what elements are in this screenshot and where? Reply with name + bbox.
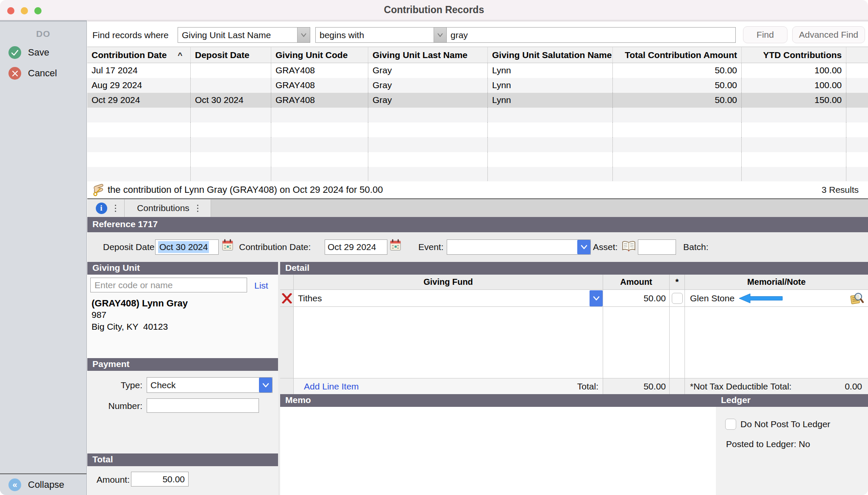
- column-header-giving-unit-last-name[interactable]: Giving Unit Last Name: [368, 47, 488, 63]
- advanced-find-button[interactable]: Advanced Find: [792, 26, 865, 43]
- table-row[interactable]: [87, 108, 868, 122]
- table-row[interactable]: [87, 122, 868, 137]
- calendar-icon[interactable]: [390, 239, 401, 251]
- payment-header: Payment: [87, 358, 278, 371]
- save-check-icon: [8, 46, 21, 59]
- detail-column-memorial-note: Memorial/Note: [685, 275, 868, 289]
- total-panel: Total Amount: 50.00: [87, 453, 278, 495]
- do-section-label: DO: [0, 29, 86, 39]
- payment-type-value: Check: [147, 380, 259, 390]
- main-area: Find records where Giving Unit Last Name…: [87, 20, 868, 495]
- giving-unit-header: Giving Unit: [87, 262, 278, 275]
- table-row[interactable]: Aug 29 2024GRAY408GrayLynn50.00100.00: [87, 78, 868, 93]
- calendar-icon[interactable]: [222, 239, 233, 251]
- payment-type-select[interactable]: Check: [147, 377, 273, 393]
- column-header-contribution-date[interactable]: Contribution Date^: [87, 47, 191, 63]
- column-header-deposit-date[interactable]: Deposit Date: [191, 47, 271, 63]
- grip-dots-icon: [115, 205, 116, 212]
- detail-panel: Detail Giving Fund Amount * Memorial/Not…: [280, 262, 868, 394]
- chevron-down-icon[interactable]: [434, 28, 446, 42]
- chevron-down-icon[interactable]: [297, 28, 310, 42]
- total-header: Total: [87, 453, 278, 466]
- collapse-chevrons-icon: «: [8, 478, 21, 491]
- chevron-down-icon[interactable]: [590, 290, 603, 306]
- delete-line-item-button[interactable]: [280, 290, 294, 306]
- total-amount-input[interactable]: 50.00: [131, 472, 189, 487]
- detail-total-label: Total:: [577, 381, 598, 392]
- collapse-button[interactable]: « Collapse: [0, 473, 86, 495]
- deposit-date-input[interactable]: Oct 30 2024: [155, 239, 219, 255]
- detail-column-amount: Amount: [603, 275, 670, 289]
- tab-contributions-label: Contributions: [137, 203, 189, 213]
- add-line-item-link[interactable]: Add Line Item: [304, 381, 359, 392]
- find-records-label: Find records where: [92, 30, 169, 40]
- column-header-total-contribution-amount[interactable]: Total Contribution Amount: [613, 47, 742, 63]
- ledger-header: Ledger: [716, 394, 868, 407]
- tab-info[interactable]: i: [87, 199, 125, 217]
- search-operator-select[interactable]: begins with: [315, 27, 447, 43]
- payment-number-input[interactable]: [147, 398, 259, 413]
- line-item-amount[interactable]: 50.00: [603, 290, 670, 306]
- event-select[interactable]: [447, 239, 591, 255]
- detail-header: Detail: [280, 262, 868, 275]
- record-pointer-icon: [92, 183, 104, 197]
- sidebar: DO Save Cancel « Collapse: [0, 20, 87, 495]
- search-field-value: Giving Unit Last Name: [178, 30, 297, 40]
- find-button[interactable]: Find: [743, 26, 787, 43]
- results-table-header: Contribution Date^ Deposit Date Giving U…: [87, 47, 868, 63]
- detail-column-star: *: [670, 275, 685, 289]
- annotation-arrow: [739, 293, 783, 304]
- deposit-date-value: Oct 30 2024: [158, 241, 209, 253]
- payment-type-label: Type:: [92, 380, 142, 390]
- posted-to-ledger-text: Posted to Ledger: No: [726, 439, 810, 449]
- giving-fund-select[interactable]: Tithes: [294, 290, 603, 306]
- memorial-note-value: Glen Stone: [690, 293, 734, 303]
- search-input[interactable]: [446, 27, 736, 43]
- table-row[interactable]: [87, 137, 868, 152]
- column-header-ytd-contributions[interactable]: YTD Contributions: [742, 47, 846, 63]
- checkbox-icon: [725, 419, 736, 430]
- column-header-giving-unit-code[interactable]: Giving Unit Code: [271, 47, 368, 63]
- chevron-down-icon[interactable]: [259, 378, 272, 392]
- asset-input[interactable]: [638, 239, 676, 255]
- chevron-down-icon[interactable]: [577, 240, 590, 254]
- memorial-note-cell[interactable]: Glen Stone: [685, 290, 868, 306]
- detail-line-item-row: Tithes 50.00 Glen Stone: [280, 290, 868, 307]
- ntd-total-label: *Not Tax Deductible Total:: [690, 381, 792, 392]
- giving-unit-name: (GRAY408) Lynn Gray: [92, 298, 188, 309]
- tab-strip: i Contributions: [87, 199, 868, 217]
- table-row[interactable]: Jul 17 2024GRAY408GrayLynn50.00100.00: [87, 63, 868, 78]
- not-tax-deductible-checkbox[interactable]: [670, 290, 685, 306]
- asset-book-icon[interactable]: [622, 241, 636, 252]
- memo-textarea[interactable]: [280, 407, 716, 495]
- titlebar: Contribution Records: [0, 0, 868, 20]
- tab-contributions[interactable]: Contributions: [125, 199, 211, 217]
- ntd-total-value: 0.00: [845, 381, 862, 392]
- reference-bar: Reference 1717: [87, 217, 868, 232]
- table-row[interactable]: [87, 167, 868, 182]
- detail-total-value: 50.00: [603, 378, 670, 394]
- contribution-date-value: Oct 29 2024: [328, 242, 376, 252]
- contribution-records-window: Contribution Records DO Save Cancel « Co…: [0, 0, 868, 495]
- column-header-filler: [846, 47, 868, 63]
- event-label: Event:: [418, 242, 444, 252]
- giving-unit-code-input[interactable]: [90, 278, 247, 292]
- column-header-giving-unit-salutation-name[interactable]: Giving Unit Salutation Name: [488, 47, 613, 63]
- contribution-date-input[interactable]: Oct 29 2024: [325, 239, 387, 255]
- do-not-post-label: Do Not Post To Ledger: [740, 419, 830, 429]
- do-not-post-checkbox[interactable]: Do Not Post To Ledger: [725, 419, 830, 430]
- list-link[interactable]: List: [254, 281, 268, 291]
- memo-panel: Memo: [280, 394, 716, 495]
- total-amount-label: Amount:: [79, 475, 130, 485]
- table-row[interactable]: [87, 152, 868, 167]
- save-button[interactable]: Save: [8, 46, 49, 59]
- detail-column-headers: Giving Fund Amount * Memorial/Note: [280, 275, 868, 290]
- grip-dots-icon: [197, 205, 198, 212]
- note-search-icon[interactable]: [850, 292, 864, 305]
- search-field-select[interactable]: Giving Unit Last Name: [178, 27, 310, 43]
- table-row[interactable]: Oct 29 2024Oct 30 2024GRAY408GrayLynn50.…: [87, 93, 868, 108]
- cancel-label: Cancel: [28, 68, 57, 79]
- giving-unit-address-line2: Big City, KY 40123: [92, 322, 168, 332]
- detail-totals-row: Add Line Item Total: 50.00 *Not Tax Dedu…: [280, 378, 868, 394]
- cancel-button[interactable]: Cancel: [8, 67, 57, 80]
